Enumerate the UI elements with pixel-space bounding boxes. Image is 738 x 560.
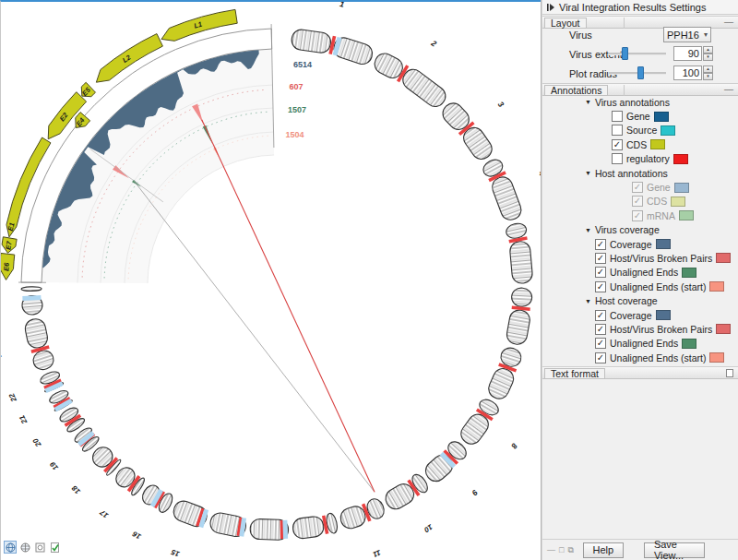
color-swatch-unaligned-ends[interactable] xyxy=(682,339,696,349)
collapse-layout-icon[interactable]: — xyxy=(724,17,733,27)
viral-integration-window: E6E7E1E2E4E5L2L1123456789101112131415161… xyxy=(0,0,738,560)
plot-radius-row: Plot radius 100 ▲▼ xyxy=(542,66,738,81)
color-swatch-mrna[interactable] xyxy=(679,210,694,220)
virus-select-value: PPH16 xyxy=(667,30,699,41)
spin-up-icon[interactable]: ▲ xyxy=(703,46,713,54)
chromosome-12-q-arm xyxy=(292,516,325,540)
group-host-coverage[interactable]: ▼Host coverage xyxy=(542,293,738,307)
color-swatch-host-virus-broken-pairs[interactable] xyxy=(716,324,731,334)
annotation-item-label: Unaligned Ends (start) xyxy=(610,281,706,292)
chromosome-label-1: 1 xyxy=(339,2,345,9)
annotations-section-bar[interactable]: Annotations — xyxy=(542,83,738,96)
chromosome-label-18: 18 xyxy=(70,483,82,495)
chevron-down-icon: ▾ xyxy=(704,30,708,39)
checkbox-coverage[interactable]: ✓ xyxy=(595,310,606,321)
help-button[interactable]: Help xyxy=(583,542,624,558)
maximize-icon[interactable]: □ xyxy=(559,545,564,555)
track-max-label-3: 1507 xyxy=(288,105,306,114)
virus-extent-slider-handle[interactable] xyxy=(622,47,628,60)
tree-collapse-icon[interactable]: ▼ xyxy=(585,99,591,105)
group-virus-annotations[interactable]: ▼Virus annotations xyxy=(542,95,738,109)
chromosome-label-8: 8 xyxy=(509,442,519,451)
chromosome-label-10: 10 xyxy=(423,522,434,534)
save-view-button[interactable]: Save View... xyxy=(644,542,705,558)
plot-radius-spinner[interactable]: ▲▼ xyxy=(703,66,713,80)
annotation-item-label: Coverage xyxy=(610,239,652,250)
annotation-item-regulatory: regulatory xyxy=(542,152,738,166)
checkbox-unaligned-ends[interactable]: ✓ xyxy=(595,338,606,349)
annotation-item-label: mRNA xyxy=(647,210,675,221)
annotation-item-unaligned-ends: ✓Unaligned Ends xyxy=(542,337,738,351)
color-swatch-cds[interactable] xyxy=(671,197,685,207)
spin-up-icon[interactable]: ▲ xyxy=(703,66,713,73)
minimize-icon[interactable]: — xyxy=(547,545,555,555)
collapse-panel-icon[interactable] xyxy=(546,3,555,12)
plot-radius-value[interactable]: 100 xyxy=(673,66,702,80)
virus-extent-spinner[interactable]: ▲▼ xyxy=(703,46,713,61)
tree-collapse-icon[interactable]: ▼ xyxy=(585,298,591,304)
plot-view-area[interactable]: E6E7E1E2E4E5L2L1123456789101112131415161… xyxy=(0,0,541,560)
checkbox-cds[interactable]: ✓ xyxy=(612,139,623,150)
annotation-item-label: CDS xyxy=(626,139,647,150)
checkbox-gene: ✓ xyxy=(632,182,643,193)
zoom-view-icon[interactable] xyxy=(33,541,46,554)
plot-radius-slider[interactable] xyxy=(609,72,666,75)
checkbox-unaligned-ends-start-[interactable]: ✓ xyxy=(595,352,606,363)
float-panel-icon[interactable]: ⧉ xyxy=(567,545,573,555)
color-swatch-unaligned-ends-start-[interactable] xyxy=(709,281,724,292)
virus-select[interactable]: PPH16 ▾ xyxy=(663,27,711,42)
color-swatch-coverage[interactable] xyxy=(656,310,671,320)
tree-collapse-icon[interactable]: ▼ xyxy=(585,170,591,176)
text-format-section-title: Text format xyxy=(544,368,605,379)
report-view-icon[interactable] xyxy=(48,541,61,554)
checkbox-gene[interactable] xyxy=(612,111,623,122)
graphical-view-icon[interactable] xyxy=(4,541,17,554)
annotation-item-unaligned-ends: ✓Unaligned Ends xyxy=(542,266,738,280)
track-max-label-2: 607 xyxy=(289,82,303,91)
checkbox-unaligned-ends[interactable]: ✓ xyxy=(595,267,606,278)
group-label: Host coverage xyxy=(595,295,658,306)
genome-table-view-icon[interactable] xyxy=(18,541,31,554)
checkbox-host-virus-broken-pairs[interactable]: ✓ xyxy=(595,324,606,335)
checkbox-host-virus-broken-pairs[interactable]: ✓ xyxy=(595,253,606,264)
virus-row: Virus PPH16 ▾ xyxy=(542,27,738,42)
color-swatch-unaligned-ends-start-[interactable] xyxy=(709,352,724,363)
text-format-section-bar[interactable]: Text format xyxy=(542,366,738,379)
color-swatch-gene[interactable] xyxy=(674,183,689,193)
virus-extent-row: Virus extent 90 ▲▼ xyxy=(542,46,738,62)
group-label: Virus annotations xyxy=(595,97,670,108)
checkbox-source[interactable] xyxy=(612,125,623,136)
annotations-tree: ▼Virus annotationsGeneSource✓CDSregulato… xyxy=(542,95,738,364)
viral-integration-circular-plot[interactable]: E6E7E1E2E4E5L2L1123456789101112131415161… xyxy=(1,2,542,560)
chromosome-label-11: 11 xyxy=(372,548,382,559)
chromosome-label-19: 19 xyxy=(48,459,60,471)
annotation-item-host-virus-broken-pairs: ✓Host/Virus Broken Pairs xyxy=(542,251,738,265)
color-swatch-unaligned-ends[interactable] xyxy=(682,268,696,278)
spin-down-icon[interactable]: ▼ xyxy=(703,54,713,61)
text-format-page-icon[interactable] xyxy=(726,369,733,377)
spin-down-icon[interactable]: ▼ xyxy=(703,73,713,80)
checkbox-mrna: ✓ xyxy=(632,210,643,221)
color-swatch-gene[interactable] xyxy=(654,112,669,122)
checkbox-regulatory[interactable] xyxy=(612,153,623,164)
annotation-item-label: regulatory xyxy=(626,153,670,164)
color-swatch-regulatory[interactable] xyxy=(673,154,688,164)
virus-label: Virus xyxy=(569,30,592,41)
checkbox-coverage[interactable]: ✓ xyxy=(595,239,606,250)
collapse-annotations-icon[interactable]: — xyxy=(724,84,733,94)
virus-extent-slider[interactable] xyxy=(609,53,666,55)
plot-radius-slider-handle[interactable] xyxy=(637,66,644,79)
annotation-item-label: Host/Virus Broken Pairs xyxy=(610,253,712,264)
color-swatch-cds[interactable] xyxy=(650,139,665,149)
color-swatch-host-virus-broken-pairs[interactable] xyxy=(716,253,731,263)
group-host-annotations[interactable]: ▼Host annotations xyxy=(542,166,738,180)
tree-collapse-icon[interactable]: ▼ xyxy=(585,227,591,233)
chromosome-X-q-arm xyxy=(23,317,49,350)
annotation-item-mrna: ✓mRNA xyxy=(542,209,738,222)
virus-extent-value[interactable]: 90 xyxy=(673,46,702,61)
checkbox-unaligned-ends-start-[interactable]: ✓ xyxy=(595,281,606,292)
color-swatch-source[interactable] xyxy=(661,125,675,136)
group-virus-coverage[interactable]: ▼Virus coverage xyxy=(542,223,738,237)
chromosome-2-q-arm xyxy=(399,66,450,111)
color-swatch-coverage[interactable] xyxy=(656,239,671,249)
